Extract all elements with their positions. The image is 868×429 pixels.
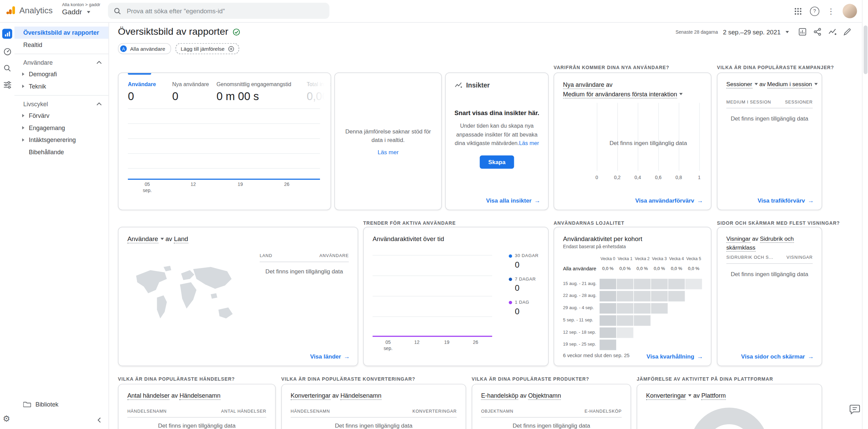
all-users-chip[interactable]: A Alla användare — [118, 43, 171, 54]
dimension-picker[interactable]: Medium i session — [767, 81, 812, 89]
realtime-message: Denna jämförelse saknar stöd för data i … — [345, 127, 431, 145]
nav-item-label: Bibliotek — [35, 401, 59, 408]
rail-reports-icon[interactable] — [2, 29, 12, 38]
dimension-picker[interactable]: Objektnamn — [528, 392, 561, 400]
gridline — [128, 153, 320, 154]
feedback-chat-icon[interactable] — [849, 404, 860, 415]
nav-item-demografi[interactable]: Demografi — [14, 68, 108, 80]
gridline — [128, 168, 320, 169]
insights-spark-icon — [455, 81, 462, 89]
legend-entry-30d: 30 DAGAR 0 — [509, 253, 538, 269]
rail-home-icon[interactable] — [2, 46, 12, 56]
insights-icon[interactable] — [828, 28, 836, 36]
nav-item-engagemang[interactable]: Engagemang — [14, 122, 108, 134]
x-axis-tick: 26 — [278, 181, 295, 187]
metric-picker[interactable]: Sessioner — [726, 81, 752, 89]
collapse-nav-icon[interactable] — [95, 415, 104, 425]
account-switcher[interactable]: Alla konton > gaddr Gaddr — [62, 2, 100, 16]
table-header: HÄNDELSENAMN KONVERTERINGAR — [291, 409, 457, 418]
edit-pencil-icon[interactable] — [843, 28, 851, 36]
conversions-card: Konverteringar av Händelsenamn HÄNDELSEN… — [281, 384, 466, 429]
user-avatar[interactable] — [842, 4, 857, 18]
view-retention-link[interactable]: Visa kvarhållning→ — [646, 353, 703, 359]
metric-picker[interactable]: Nya användare — [563, 81, 604, 89]
cohort-cells — [599, 339, 616, 350]
apps-grid-icon[interactable] — [794, 7, 802, 15]
settings-gear-icon[interactable]: ⚙ — [3, 414, 10, 424]
page-title-text: Översiktsbild av rapporter — [118, 26, 228, 37]
dimension-picker[interactable]: Medium för användarens första interaktio… — [563, 91, 677, 98]
nav-item-library[interactable]: Bibliotek — [14, 398, 108, 411]
data-quality-check-icon[interactable] — [233, 28, 241, 36]
analytics-logo[interactable]: Analytics — [5, 5, 52, 16]
report-actions — [798, 28, 852, 36]
nav-item-overview[interactable]: Översiktsbild av rapporter — [14, 27, 108, 39]
date-range-picker[interactable]: 2 sep.–29 sep. 2021 — [723, 29, 789, 35]
section-header-conversions: VILKA ÄR DINA POPULÄRASTE KONVERTERINGAR… — [281, 376, 415, 382]
date-preset-label: Senaste 28 dagarna — [675, 29, 718, 34]
metric-picker[interactable]: Visningar — [726, 235, 750, 243]
chevron-down-icon — [679, 93, 683, 95]
cohort-all-users-values: 0,0 %0,0 %0,0 %0,0 %0,0 %0,0 % — [599, 266, 702, 271]
nav-section-users[interactable]: Användare — [14, 57, 108, 68]
x-axis-tick: 12 — [408, 339, 426, 345]
customize-report-icon[interactable] — [798, 28, 807, 36]
section-header-pages: SIDOR OCH SKÄRMAR MED FLEST VISNINGAR? — [717, 220, 840, 226]
x-axis-tick: 0,2 — [610, 175, 624, 180]
metric-tab-engagement-time[interactable]: Genomsnittlig engagemangstid 0 m 00 s — [216, 81, 291, 103]
x-axis-tick: 19 — [438, 339, 456, 345]
nav-item-forvarv[interactable]: Förvärv — [14, 110, 108, 122]
help-icon[interactable]: ? — [810, 6, 820, 16]
view-user-acquisition-link[interactable]: Visa användarförvärv→ — [635, 197, 703, 203]
metric-picker[interactable]: Konverteringar — [646, 392, 686, 400]
metric-picker[interactable]: E-handelsköp — [481, 392, 518, 400]
dimension-picker[interactable]: Plattform — [701, 392, 726, 400]
nav-item-teknik[interactable]: Teknik — [14, 80, 108, 93]
share-icon[interactable] — [813, 28, 821, 36]
column-header: VISNINGAR — [787, 255, 813, 260]
scrollbar-track[interactable] — [862, 0, 868, 429]
nav-item-realtime[interactable]: Realtid — [14, 39, 108, 51]
gridline — [372, 255, 492, 256]
learn-more-link[interactable]: Läs mer — [519, 140, 539, 146]
gridline — [372, 275, 492, 276]
rail-advertising-icon[interactable] — [2, 80, 12, 90]
section-header-active-users: TRENDER FÖR AKTIVA ANVÄNDARE — [363, 220, 456, 226]
more-vert-icon[interactable]: ⋮ — [827, 7, 835, 15]
dimension-picker[interactable]: Händelsenamn — [180, 392, 220, 400]
rail-explore-icon[interactable] — [2, 63, 12, 73]
nav-item-bibehallande[interactable]: Bibehållande — [14, 146, 108, 158]
metric-picker[interactable]: Antal händelser — [127, 392, 170, 400]
new-users-card: Nya användare av Medium för användarens … — [554, 73, 712, 210]
view-all-insights-link[interactable]: Visa alla insikter→ — [486, 197, 540, 203]
dimension-picker[interactable]: Land — [174, 236, 188, 243]
segment-avatar: A — [120, 45, 127, 52]
scrollbar-thumb[interactable] — [864, 26, 867, 74]
cohort-row-label: 5 sep. - 11 sep. — [563, 317, 593, 322]
search-bar[interactable] — [108, 3, 330, 19]
gridline — [372, 316, 492, 317]
metric-tab-users[interactable]: Användare 0 — [128, 81, 156, 103]
dimension-picker[interactable]: Händelsenamn — [340, 392, 381, 400]
view-countries-link[interactable]: Visa länder→ — [310, 353, 350, 359]
metric-tab-new-users[interactable]: Nya användare 0 — [172, 81, 209, 103]
create-insight-button[interactable]: Skapa — [479, 155, 514, 169]
metric-picker[interactable]: Konverteringar — [291, 392, 331, 400]
chevron-down-icon — [755, 83, 758, 85]
table-header: OBJEKTNAMN E-HANDELSKÖP — [481, 409, 622, 418]
metric-picker[interactable]: Användare — [127, 236, 158, 243]
add-comparison-chip[interactable]: Lägg till jämförelse — [176, 43, 239, 54]
expand-triangle-icon — [22, 138, 24, 142]
card-title: Konverteringar av Plattform — [646, 391, 726, 400]
learn-more-link[interactable]: Läs mer — [378, 149, 399, 155]
view-traffic-acquisition-link[interactable]: Visa trafikförvärv→ — [758, 197, 814, 203]
search-input[interactable] — [126, 7, 324, 15]
nav-section-lifecycle[interactable]: Livscykel — [14, 98, 108, 109]
cohort-week-headers: Vecka 0Vecka 1Vecka 2Vecka 3Vecka 4Vecka… — [599, 256, 702, 261]
topbar: Analytics Alla konton > gaddr Gaddr ? ⋮ — [0, 0, 868, 23]
nav-item-intaktsgenerering[interactable]: Intäktsgenerering — [14, 134, 108, 146]
insights-card: Insikter Snart visas dina insikter här. … — [445, 73, 549, 210]
expand-triangle-icon — [22, 85, 24, 88]
legend-value: 0 — [515, 283, 536, 293]
view-pages-screens-link[interactable]: Visa sidor och skärmar→ — [741, 353, 814, 359]
